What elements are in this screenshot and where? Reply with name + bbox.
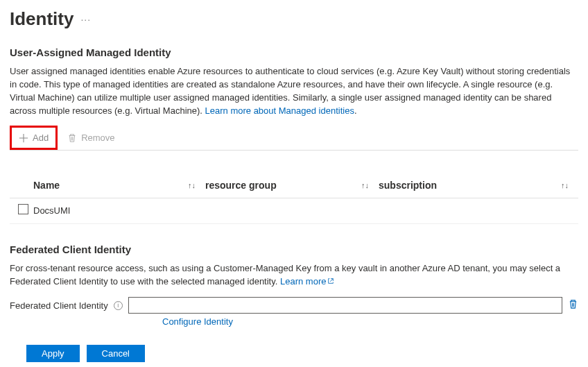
configure-identity-wrapper: Configure Identity (162, 316, 578, 327)
column-header-resource-group[interactable]: resource group ↑↓ (205, 180, 379, 191)
uami-learn-more-link[interactable]: Learn more about Managed identities (205, 105, 354, 116)
row-checkbox-cell (10, 204, 33, 216)
uami-toolbar: Add Remove (10, 126, 578, 151)
fci-learn-more-text: Learn more (280, 276, 326, 287)
uami-description: User assigned managed identities enable … (10, 65, 578, 117)
configure-identity-link[interactable]: Configure Identity (162, 316, 233, 327)
cancel-button[interactable]: Cancel (87, 345, 145, 362)
remove-button-label: Remove (81, 133, 114, 143)
column-header-rg-label: resource group (205, 180, 277, 191)
uami-heading: User-Assigned Managed Identity (10, 46, 578, 58)
add-button-label: Add (33, 133, 49, 143)
fci-field-label: Federated Client Identity (10, 300, 108, 311)
fci-section: Federated Client Identity For cross-tena… (10, 244, 578, 327)
trash-icon (67, 133, 77, 143)
table-header: Name ↑↓ resource group ↑↓ subscription ↑… (10, 174, 578, 198)
table-row[interactable]: DocsUMI (10, 198, 578, 224)
info-icon[interactable]: i (114, 301, 123, 310)
sort-icon: ↑↓ (561, 181, 569, 189)
uami-description-post: . (354, 105, 357, 116)
sort-icon: ↑↓ (361, 181, 369, 189)
action-button-row: Apply Cancel (10, 345, 578, 362)
more-actions-icon[interactable]: ··· (80, 14, 91, 25)
add-button-highlight: Add (10, 126, 58, 150)
row-checkbox[interactable] (18, 204, 28, 214)
fci-description: For cross-tenant resource access, such a… (10, 262, 578, 289)
add-button[interactable]: Add (13, 128, 54, 147)
fci-learn-more-link[interactable]: Learn more (280, 276, 334, 287)
fci-input[interactable] (128, 297, 562, 314)
uami-section: User-Assigned Managed Identity User assi… (10, 46, 578, 224)
external-link-icon (327, 278, 334, 284)
sort-icon: ↑↓ (188, 181, 196, 189)
fci-field-row: Federated Client Identity i (10, 297, 578, 314)
column-header-subscription[interactable]: subscription ↑↓ (379, 180, 578, 191)
page-title: Identity (10, 8, 74, 30)
remove-button[interactable]: Remove (62, 128, 120, 147)
apply-button[interactable]: Apply (26, 345, 80, 362)
fci-heading: Federated Client Identity (10, 244, 578, 255)
delete-icon[interactable] (568, 299, 578, 311)
cell-name: DocsUMI (33, 205, 205, 216)
column-header-name[interactable]: Name ↑↓ (33, 180, 205, 191)
identities-table: Name ↑↓ resource group ↑↓ subscription ↑… (10, 174, 578, 224)
column-header-name-label: Name (33, 180, 60, 191)
plus-icon (19, 133, 28, 143)
column-header-sub-label: subscription (379, 180, 437, 191)
